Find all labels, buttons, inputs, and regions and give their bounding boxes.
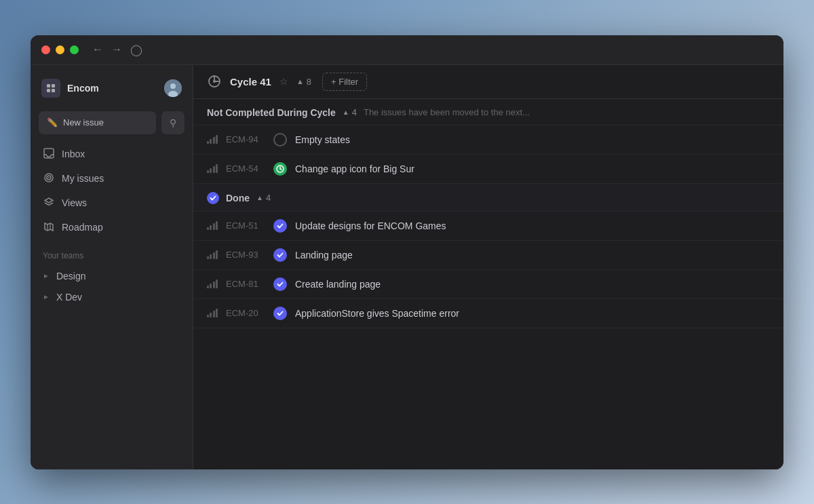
close-button[interactable] <box>41 45 50 54</box>
sidebar-item-roadmap[interactable]: Roadmap <box>36 216 187 239</box>
svg-rect-1 <box>52 84 55 88</box>
issue-row[interactable]: ECM-94 Empty states <box>193 125 783 155</box>
group-header-done: Done ▲ 4 <box>193 184 783 212</box>
chevron-right-icon: ► <box>43 272 50 279</box>
status-done-icon <box>273 307 287 320</box>
priority-icon <box>207 135 218 144</box>
svg-point-12 <box>213 80 216 83</box>
issue-id: ECM-93 <box>226 250 265 260</box>
filter-button[interactable]: + Filter <box>322 73 367 91</box>
issue-id: ECM-20 <box>226 308 265 318</box>
maximize-button[interactable] <box>70 45 79 54</box>
status-in-progress-icon <box>273 162 287 176</box>
group-header-not-completed: Not Completed During Cycle ▲ 4 The issue… <box>193 99 783 125</box>
issue-id: ECM-94 <box>226 134 265 144</box>
team-item-xdev[interactable]: ► X Dev <box>36 287 187 307</box>
svg-rect-3 <box>52 89 55 92</box>
sidebar-actions: ✏️ New issue ⚲ <box>31 109 193 142</box>
priority-icon <box>207 279 218 288</box>
panel-title: Cycle 41 <box>230 76 271 88</box>
count-arrow-icon: ▲ <box>343 109 349 116</box>
avatar[interactable] <box>164 79 182 97</box>
status-done-icon <box>273 277 287 291</box>
teams-section-label: Your teams <box>31 240 193 266</box>
group-title-not-completed: Not Completed During Cycle <box>207 107 336 118</box>
app-window: ← → ◯ Encom <box>31 35 783 469</box>
main-panel: Cycle 41 ☆ ▲ 8 + Filter Not Completed Du… <box>193 65 783 469</box>
workspace-name: Encom <box>67 83 99 94</box>
svg-rect-0 <box>47 84 50 88</box>
my-issues-label: My issues <box>62 173 104 184</box>
issue-id: ECM-51 <box>226 220 265 231</box>
priority-icon <box>207 309 218 317</box>
issue-id: ECM-81 <box>226 279 265 289</box>
search-icon: ⚲ <box>170 117 176 128</box>
status-done-icon <box>273 248 287 262</box>
done-count: 4 <box>266 193 271 203</box>
issue-title: Landing page <box>295 250 353 260</box>
traffic-lights <box>41 45 79 54</box>
roadmap-label: Roadmap <box>62 222 103 233</box>
panel-header: Cycle 41 ☆ ▲ 8 + Filter <box>193 65 783 99</box>
sidebar-item-inbox[interactable]: Inbox <box>36 142 187 166</box>
new-issue-button[interactable]: ✏️ New issue <box>39 111 156 134</box>
back-icon[interactable]: ← <box>92 43 103 56</box>
team-design-label: Design <box>56 271 86 282</box>
issue-row[interactable]: ECM-54 Change app icon for Big Sur <box>193 155 783 184</box>
forward-icon[interactable]: → <box>111 43 122 56</box>
issue-id: ECM-54 <box>226 163 265 174</box>
issue-title: Create landing page <box>295 279 381 290</box>
group-title-done: Done <box>226 193 250 203</box>
issue-row[interactable]: ECM-93 Landing page <box>193 241 783 270</box>
minimize-button[interactable] <box>56 45 64 54</box>
priority-badge: ▲ 8 <box>296 77 311 87</box>
history-icon[interactable]: ◯ <box>130 43 142 56</box>
map-icon <box>43 221 55 234</box>
up-arrow-icon: ▲ <box>296 77 304 85</box>
inbox-icon <box>43 148 55 161</box>
svg-point-10 <box>48 177 50 178</box>
sidebar-nav: Inbox My issues <box>31 142 193 240</box>
teams-nav: ► Design ► X Dev <box>31 266 193 308</box>
title-bar: ← → ◯ <box>31 35 783 65</box>
group-count-not-completed: ▲ 4 <box>343 107 357 117</box>
sidebar-item-views[interactable]: Views <box>36 191 187 215</box>
new-issue-label: New issue <box>63 117 104 128</box>
svg-rect-2 <box>47 89 50 92</box>
edit-icon: ✏️ <box>47 117 58 128</box>
filter-label: + Filter <box>331 77 358 87</box>
issue-title: ApplicationStore gives Spacetime error <box>295 308 459 319</box>
team-xdev-label: X Dev <box>56 292 82 303</box>
svg-point-5 <box>170 83 176 89</box>
issues-list: Not Completed During Cycle ▲ 4 The issue… <box>193 99 783 469</box>
status-done-icon <box>273 219 287 233</box>
priority-icon <box>207 221 218 230</box>
issue-title: Change app icon for Big Sur <box>295 163 414 174</box>
nav-controls: ← → ◯ <box>92 43 142 56</box>
issue-row[interactable]: ECM-81 Create landing page <box>193 270 783 299</box>
priority-count: 8 <box>307 77 311 87</box>
group-count-done: ▲ 4 <box>256 193 271 203</box>
star-icon[interactable]: ☆ <box>279 76 288 87</box>
priority-icon <box>207 250 218 259</box>
views-label: Views <box>62 197 87 208</box>
status-empty-icon <box>273 133 287 147</box>
workspace-info: Encom <box>41 79 99 98</box>
issue-title: Empty states <box>295 134 350 145</box>
team-item-design[interactable]: ► Design <box>36 266 187 286</box>
not-completed-count: 4 <box>352 107 357 117</box>
done-status-icon <box>207 192 219 204</box>
priority-icon <box>207 164 218 173</box>
issue-row[interactable]: ECM-20 ApplicationStore gives Spacetime … <box>193 299 783 328</box>
sidebar: Encom ✏️ New issue ⚲ <box>31 65 193 469</box>
search-button[interactable]: ⚲ <box>161 111 185 134</box>
issue-row[interactable]: ECM-51 Update designs for ENCOM Games <box>193 212 783 241</box>
chevron-right-icon: ► <box>43 293 50 301</box>
inbox-label: Inbox <box>62 149 85 159</box>
group-description: The issues have been moved to the next..… <box>364 107 530 117</box>
sidebar-item-my-issues[interactable]: My issues <box>36 167 187 191</box>
workspace-icon <box>41 79 60 98</box>
main-content: Encom ✏️ New issue ⚲ <box>31 65 783 469</box>
issue-title: Update designs for ENCOM Games <box>295 220 446 231</box>
layers-icon <box>43 197 55 210</box>
